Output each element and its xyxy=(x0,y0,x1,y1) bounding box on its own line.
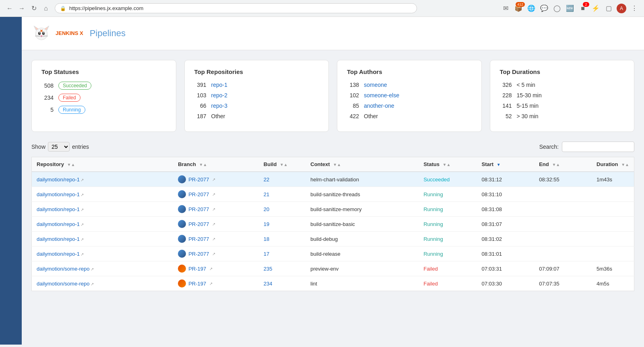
globe-icon[interactable]: 🌐 xyxy=(526,4,536,13)
app-layout: JENKINS X Pipelines Top Statuses 508 Suc… xyxy=(0,17,644,345)
svg-point-6 xyxy=(42,32,45,35)
branch-link[interactable]: PR-197 xyxy=(188,281,206,287)
col-header-build[interactable]: Build ▼▲ xyxy=(259,157,305,172)
build-link[interactable]: 21 xyxy=(264,191,269,197)
duration-label-1: 15-30 min xyxy=(517,92,542,99)
extension-icon-1[interactable]: 📦 412 xyxy=(514,4,523,13)
table-row: dailymotion/repo-1↗ PR-2077↗ 20 build-sa… xyxy=(32,202,634,217)
build-link[interactable]: 19 xyxy=(264,221,269,227)
menu-icon[interactable]: ⋮ xyxy=(630,4,639,13)
author-link-0[interactable]: someone xyxy=(364,82,387,88)
main-content: JENKINS X Pipelines Top Statuses 508 Suc… xyxy=(22,17,644,345)
cell-branch: PR-2077↗ xyxy=(173,232,259,246)
cast-icon[interactable]: ▢ xyxy=(604,4,613,13)
repo-count-0: 391 xyxy=(194,82,206,88)
cell-context: build-sanitize-threads xyxy=(305,187,419,202)
author-link-2[interactable]: another-one xyxy=(364,103,394,109)
repo-link[interactable]: dailymotion/some-repo xyxy=(37,266,90,272)
table-controls: Show 10 25 50 100 entries Search: xyxy=(31,142,634,152)
col-header-branch[interactable]: Branch ▼▲ xyxy=(173,157,259,172)
col-header-repository[interactable]: Repository ▼▲ xyxy=(32,157,173,172)
author-count-1: 102 xyxy=(347,92,359,99)
circle-icon[interactable]: ◯ xyxy=(552,4,562,13)
col-header-start[interactable]: Start ▼ xyxy=(477,157,534,172)
status-row-succeeded: 508 Succeeded xyxy=(41,82,166,90)
cell-status: Running xyxy=(419,246,477,261)
repo-link[interactable]: dailymotion/repo-1 xyxy=(37,206,80,212)
status-badge: Running xyxy=(423,221,443,227)
duration-count-3: 52 xyxy=(500,113,512,119)
table-row: dailymotion/repo-1↗ PR-2077↗ 18 build-de… xyxy=(32,232,634,246)
cell-status: Running xyxy=(419,202,477,217)
status-badge: Running xyxy=(423,191,443,197)
branch-link[interactable]: PR-2077 xyxy=(188,177,209,183)
author-link-1[interactable]: someone-else xyxy=(364,92,399,99)
status-badge: Running xyxy=(423,206,443,212)
chat-icon[interactable]: 💬 xyxy=(539,4,549,13)
back-button[interactable]: ← xyxy=(5,4,14,13)
cell-status: Running xyxy=(419,187,477,202)
build-link[interactable]: 17 xyxy=(264,251,269,257)
branch-link[interactable]: PR-2077 xyxy=(188,221,209,227)
author-count-0: 138 xyxy=(347,82,359,88)
extension-icon-2[interactable]: 🆕 xyxy=(565,4,575,13)
repo-link-0[interactable]: repo-1 xyxy=(211,82,227,88)
repo-link[interactable]: dailymotion/some-repo xyxy=(37,281,90,287)
search-input[interactable] xyxy=(562,142,634,152)
succeeded-count: 508 xyxy=(41,82,54,89)
avatar xyxy=(178,175,186,183)
author-row-2: 85 another-one xyxy=(347,103,472,109)
address-bar[interactable]: 🔒 https://pipelines.jx.example.com xyxy=(55,3,417,13)
avatar-icon[interactable]: A xyxy=(617,4,626,13)
forward-button[interactable]: → xyxy=(17,4,27,13)
repo-link[interactable]: dailymotion/repo-1 xyxy=(37,191,80,197)
author-label-3: Other xyxy=(364,113,378,119)
repo-row-3: 187 Other xyxy=(194,113,319,119)
refresh-button[interactable]: ↻ xyxy=(29,4,39,13)
entries-select[interactable]: 10 25 50 100 xyxy=(48,142,70,152)
repo-link[interactable]: dailymotion/repo-1 xyxy=(37,221,80,227)
extension-icon-3[interactable]: ■ 2 xyxy=(578,4,588,13)
branch-link[interactable]: PR-2077 xyxy=(188,236,209,242)
search-area: Search: xyxy=(539,142,634,152)
branch-cell: PR-2077↗ xyxy=(178,250,254,258)
mail-icon[interactable]: ✉ xyxy=(501,4,510,13)
col-header-status[interactable]: Status ▼▲ xyxy=(419,157,477,172)
external-link-icon: ↗ xyxy=(91,267,94,271)
col-header-end[interactable]: End ▼▲ xyxy=(534,157,592,172)
home-button[interactable]: ⌂ xyxy=(41,4,51,13)
build-link[interactable]: 18 xyxy=(264,236,269,242)
cell-repository: dailymotion/some-repo↗ xyxy=(32,261,173,276)
external-link-icon: ↗ xyxy=(80,237,84,242)
repo-row-0: 391 repo-1 xyxy=(194,82,319,88)
repo-link[interactable]: dailymotion/repo-1 xyxy=(37,177,80,183)
branch-link[interactable]: PR-197 xyxy=(188,266,206,272)
repo-link-2[interactable]: repo-3 xyxy=(211,103,227,109)
repo-link[interactable]: dailymotion/repo-1 xyxy=(37,251,80,257)
repo-link[interactable]: dailymotion/repo-1 xyxy=(37,236,80,242)
branch-link[interactable]: PR-2077 xyxy=(188,251,209,257)
branch-link[interactable]: PR-2077 xyxy=(188,206,209,212)
col-header-context[interactable]: Context ▼▲ xyxy=(305,157,419,172)
repo-link-1[interactable]: repo-2 xyxy=(211,92,227,99)
external-link-icon: ↗ xyxy=(80,178,84,182)
puzzle-icon[interactable]: ⚡ xyxy=(591,4,601,13)
cell-start: 08:31:10 xyxy=(477,187,534,202)
col-header-duration[interactable]: Duration ▼▲ xyxy=(592,157,634,172)
cell-branch: PR-197↗ xyxy=(173,276,259,291)
logo-text: JENKINS X xyxy=(56,30,83,37)
build-link[interactable]: 20 xyxy=(264,206,269,212)
build-link[interactable]: 235 xyxy=(264,266,272,272)
duration-row-2: 141 5-15 min xyxy=(500,103,625,109)
avatar xyxy=(178,279,186,287)
cell-start: 07:03:30 xyxy=(477,276,534,291)
stats-section: Top Statuses 508 Succeeded 234 Failed 5 … xyxy=(22,50,644,142)
jenkinsX-logo-icon xyxy=(31,23,52,43)
running-badge: Running xyxy=(58,106,85,114)
avatar xyxy=(178,205,186,213)
build-link[interactable]: 22 xyxy=(264,177,269,183)
build-link[interactable]: 234 xyxy=(264,281,272,287)
repo-label-3: Other xyxy=(211,113,225,119)
cell-context: lint xyxy=(305,276,419,291)
branch-link[interactable]: PR-2077 xyxy=(188,191,209,197)
